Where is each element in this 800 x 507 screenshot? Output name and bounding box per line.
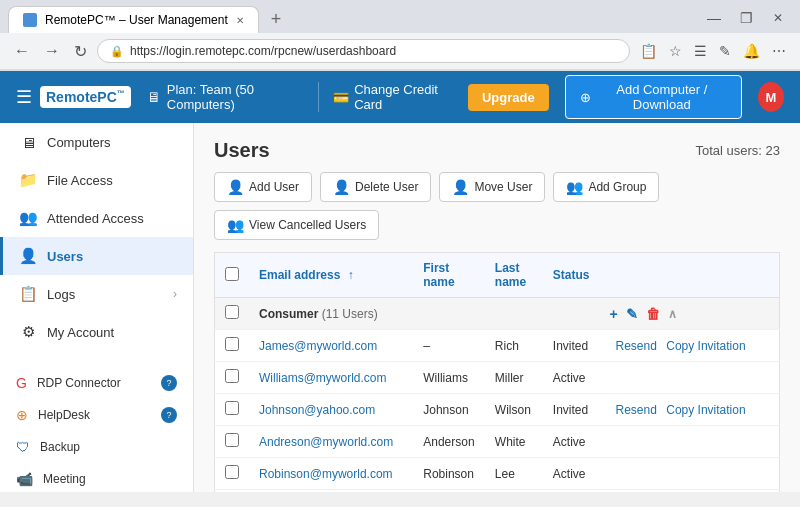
attended-access-icon: 👥 — [19, 209, 37, 227]
copy-invitation-link[interactable]: Copy Invitation — [666, 339, 745, 353]
sidebar-label-file-access: File Access — [47, 173, 113, 188]
content-area: 🖥 Computers 📁 File Access 👥 Attended Acc… — [0, 123, 800, 492]
url-bar[interactable]: 🔒 https://login.remotepc.com/rpcnew/user… — [97, 39, 630, 63]
select-all-header — [215, 253, 250, 298]
sidebar-item-rdp-connector[interactable]: G RDP Connector ? — [0, 367, 193, 399]
sidebar-item-computers[interactable]: 🖥 Computers — [0, 123, 193, 161]
cc-label: Change Credit Card — [354, 82, 452, 112]
view-cancelled-icon: 👥 — [227, 217, 244, 233]
sidebar-label-backup: Backup — [40, 440, 80, 454]
cast-icon[interactable]: 📋 — [636, 41, 661, 61]
minimize-button[interactable]: — — [700, 8, 728, 28]
back-button[interactable]: ← — [10, 40, 34, 62]
more-icon[interactable]: ⋯ — [768, 41, 790, 61]
profile-icon[interactable]: ✎ — [715, 41, 735, 61]
actions-column-header — [600, 253, 780, 298]
close-button[interactable]: ✕ — [764, 8, 792, 28]
copy-invitation-link[interactable]: Copy Invitation — [666, 403, 745, 417]
row-checkbox[interactable] — [225, 337, 239, 351]
sidebar-item-helpdesk[interactable]: ⊕ HelpDesk ? — [0, 399, 193, 431]
extensions-icon[interactable]: ☰ — [690, 41, 711, 61]
main-header: Users Total users: 23 — [194, 123, 800, 172]
refresh-button[interactable]: ↻ — [70, 40, 91, 63]
add-group-action-icon[interactable]: + — [610, 306, 618, 322]
users-icon: 👤 — [19, 247, 37, 265]
change-credit-card-button[interactable]: 💳 Change Credit Card — [318, 82, 452, 112]
row-email: Andreson@myworld.com — [249, 426, 413, 458]
backup-icon: 🛡 — [16, 439, 30, 455]
rdp-connector-badge: ? — [161, 375, 177, 391]
row-lastname: Lee — [485, 458, 543, 490]
forward-button[interactable]: → — [40, 40, 64, 62]
row-email: Johnson@yahoo.com — [249, 394, 413, 426]
lastname-column-header[interactable]: Last name — [485, 253, 543, 298]
row-firstname: Williams — [413, 362, 485, 394]
add-computer-icon: ⊕ — [580, 90, 591, 105]
row-lastname: John — [485, 490, 543, 493]
status-column-header[interactable]: Status — [543, 253, 600, 298]
add-group-icon: 👥 — [566, 179, 583, 195]
sidebar-item-my-account[interactable]: ⚙ My Account — [0, 313, 193, 351]
active-tab[interactable]: RemotePC™ – User Management ✕ — [8, 6, 259, 33]
new-tab-button[interactable]: + — [263, 7, 290, 32]
sidebar-item-logs[interactable]: 📋 Logs › — [0, 275, 193, 313]
move-user-icon: 👤 — [452, 179, 469, 195]
hamburger-menu[interactable]: ☰ — [16, 86, 32, 108]
notifications-icon[interactable]: 🔔 — [739, 41, 764, 61]
group-checkbox[interactable] — [225, 305, 239, 319]
meeting-icon: 📹 — [16, 471, 33, 487]
collapse-icon[interactable]: ∧ — [668, 307, 677, 321]
row-checkbox[interactable] — [225, 369, 239, 383]
view-cancelled-button[interactable]: 👥 View Cancelled Users — [214, 210, 379, 240]
helpdesk-badge: ? — [161, 407, 177, 423]
row-actions — [600, 458, 780, 490]
sidebar-item-attended-access[interactable]: 👥 Attended Access — [0, 199, 193, 237]
email-column-header[interactable]: Email address ↑ — [249, 253, 413, 298]
row-lastname: Rich — [485, 330, 543, 362]
user-avatar[interactable]: M — [758, 82, 784, 112]
sort-asc-icon: ↑ — [348, 268, 354, 282]
sidebar-item-file-access[interactable]: 📁 File Access — [0, 161, 193, 199]
delete-group-icon[interactable]: 🗑 — [646, 306, 660, 322]
tab-close-button[interactable]: ✕ — [236, 15, 244, 26]
row-checkbox[interactable] — [225, 465, 239, 479]
move-user-button[interactable]: 👤 Move User — [439, 172, 545, 202]
row-checkbox[interactable] — [225, 433, 239, 447]
users-table: Email address ↑ First name Last name Sta… — [214, 252, 780, 492]
row-lastname: White — [485, 426, 543, 458]
add-user-button[interactable]: 👤 Add User — [214, 172, 312, 202]
tab-title: RemotePC™ – User Management — [45, 13, 228, 27]
sidebar-label-logs: Logs — [47, 287, 75, 302]
bookmark-icon[interactable]: ☆ — [665, 41, 686, 61]
view-cancelled-label: View Cancelled Users — [249, 218, 366, 232]
sidebar-item-backup[interactable]: 🛡 Backup — [0, 431, 193, 463]
row-firstname: Adams — [413, 490, 485, 493]
delete-user-button[interactable]: 👤 Delete User — [320, 172, 431, 202]
window-controls: — ❐ ✕ — [700, 8, 792, 32]
resend-link[interactable]: Resend — [616, 403, 657, 417]
maximize-button[interactable]: ❐ — [732, 8, 760, 28]
row-checkbox-cell — [215, 330, 250, 362]
topbar: ☰ RemotePC™ 🖥 Plan: Team (50 Computers) … — [0, 71, 800, 123]
row-status: Invited — [543, 490, 600, 493]
firstname-column-header[interactable]: First name — [413, 253, 485, 298]
upgrade-button[interactable]: Upgrade — [468, 84, 549, 111]
row-checkbox[interactable] — [225, 401, 239, 415]
add-group-label: Add Group — [588, 180, 646, 194]
row-status: Active — [543, 426, 600, 458]
tab-favicon — [23, 13, 37, 27]
resend-link[interactable]: Resend — [616, 339, 657, 353]
logo-area: ☰ RemotePC™ — [16, 86, 131, 108]
select-all-checkbox[interactable] — [225, 267, 239, 281]
edit-group-icon[interactable]: ✎ — [626, 306, 638, 322]
add-computer-button[interactable]: ⊕ Add Computer / Download — [565, 75, 742, 119]
table-row: Andreson@myworld.com Anderson White Acti… — [215, 426, 780, 458]
lock-icon: 🔒 — [110, 45, 124, 58]
sidebar-item-users[interactable]: 👤 Users — [0, 237, 193, 275]
sidebar-item-meeting[interactable]: 📹 Meeting — [0, 463, 193, 492]
row-checkbox-cell — [215, 394, 250, 426]
group-row: Consumer (11 Users) + ✎ 🗑 ∧ — [215, 298, 780, 330]
add-group-button[interactable]: 👥 Add Group — [553, 172, 659, 202]
browser-chrome: RemotePC™ – User Management ✕ + — ❐ ✕ ← … — [0, 0, 800, 71]
row-status: Invited — [543, 330, 600, 362]
